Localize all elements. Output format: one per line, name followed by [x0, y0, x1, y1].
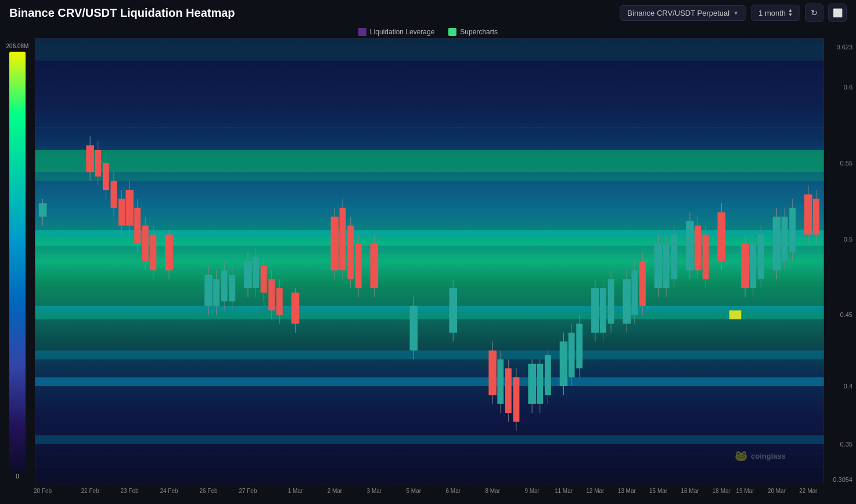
svg-rect-125 [600, 288, 606, 333]
svg-rect-79 [103, 163, 109, 190]
svg-rect-33 [39, 203, 47, 217]
svg-rect-111 [497, 359, 503, 404]
svg-rect-11 [35, 312, 824, 319]
svg-rect-7 [35, 172, 824, 181]
y-axis-label: 0.623 [836, 44, 853, 51]
svg-rect-57 [528, 364, 536, 404]
y-axis-label: 0.3054 [833, 476, 853, 483]
svg-rect-71 [741, 243, 749, 288]
exchange-selector[interactable]: Binance CRV/USDT Perpetual ▼ [620, 5, 746, 21]
svg-rect-6 [35, 163, 824, 172]
svg-rect-73 [773, 217, 781, 270]
x-axis-label: 23 Feb [121, 488, 139, 494]
svg-rect-117 [537, 364, 543, 404]
legend-label-supercharts: Supercharts [460, 28, 498, 36]
svg-rect-45 [292, 293, 300, 324]
svg-rect-67 [686, 221, 694, 270]
svg-rect-131 [639, 261, 646, 306]
refresh-button[interactable]: ↻ [805, 3, 823, 22]
svg-rect-59 [560, 341, 568, 386]
scale-top-label: 206.08M [6, 43, 29, 49]
x-axis-label: 2 Mar [328, 488, 343, 494]
svg-rect-81 [110, 181, 117, 208]
stepper-icon: ▲▼ [788, 8, 793, 17]
svg-rect-49 [371, 243, 379, 288]
svg-rect-10 [35, 306, 824, 313]
svg-rect-93 [221, 270, 228, 301]
svg-rect-149 [813, 199, 819, 234]
svg-rect-37 [125, 190, 134, 225]
svg-rect-115 [513, 377, 520, 422]
x-axis: 20 Feb22 Feb23 Feb24 Feb26 Feb27 Feb1 Ma… [0, 484, 856, 501]
svg-rect-141 [750, 243, 756, 288]
y-axis-label: 0.6 [844, 84, 853, 91]
page-title: Binance CRV/USDT Liquidation Heatmap [9, 6, 235, 20]
timeframe-label: 1 month [758, 9, 786, 17]
svg-rect-5 [35, 150, 824, 163]
x-axis-label: 27 Feb [239, 488, 257, 494]
svg-rect-119 [545, 355, 551, 395]
legend-item-supercharts: Supercharts [448, 28, 498, 36]
svg-rect-99 [261, 266, 267, 293]
svg-rect-14 [35, 435, 824, 444]
svg-rect-97 [253, 257, 259, 288]
header: Binance CRV/USDT Liquidation Heatmap Bin… [0, 0, 856, 26]
heatmap-chart[interactable]: 🐸 coinglass [35, 38, 824, 484]
legend: Liquidation Leverage Supercharts [0, 26, 856, 38]
x-axis-label: 22 Feb [81, 488, 99, 494]
x-axis-label: 18 Mar [713, 488, 731, 494]
x-axis-label: 22 Mar [799, 488, 817, 494]
svg-rect-41 [204, 275, 213, 306]
svg-rect-47 [331, 217, 339, 270]
color-scale: 206.08M 0 [0, 38, 35, 484]
svg-rect-137 [695, 226, 701, 271]
svg-rect-129 [631, 270, 638, 315]
header-controls: Binance CRV/USDT Perpetual ▼ 1 month ▲▼ … [620, 3, 847, 22]
x-axis-label: 6 Mar [445, 488, 461, 494]
y-axis-label: 0.45 [840, 311, 853, 318]
legend-swatch-leverage [358, 28, 366, 36]
x-axis-label: 3 Mar [367, 488, 382, 494]
svg-rect-75 [804, 195, 812, 235]
x-axis-label: 8 Mar [485, 488, 500, 494]
y-axis-label: 0.4 [844, 383, 853, 390]
x-axis-label: 16 Mar [681, 488, 699, 494]
svg-rect-53 [449, 288, 457, 333]
svg-rect-87 [142, 226, 149, 261]
refresh-icon: ↻ [811, 8, 818, 17]
scale-bottom-label: 0 [16, 473, 19, 480]
exchange-label: Binance CRV/USDT Perpetual [627, 9, 729, 17]
svg-rect-107 [347, 226, 354, 279]
svg-rect-65 [654, 243, 663, 288]
svg-rect-91 [213, 279, 220, 306]
x-axis-label: 26 Feb [199, 488, 217, 494]
svg-rect-85 [134, 208, 141, 243]
svg-rect-12 [35, 351, 824, 359]
svg-rect-35 [86, 145, 94, 172]
svg-rect-103 [276, 288, 283, 315]
svg-rect-121 [569, 333, 575, 377]
screenshot-button[interactable]: ⬜ [828, 3, 847, 22]
svg-rect-51 [410, 306, 418, 351]
timeframe-selector[interactable]: 1 month ▲▼ [751, 5, 800, 21]
svg-rect-147 [789, 208, 796, 253]
svg-rect-95 [229, 275, 235, 301]
svg-rect-133 [663, 243, 670, 288]
legend-swatch-supercharts [448, 28, 456, 36]
svg-rect-63 [623, 279, 631, 324]
camera-icon: ⬜ [833, 8, 843, 17]
y-axis-label: 0.35 [840, 441, 853, 448]
y-axis-label: 0.55 [840, 160, 853, 167]
x-axis-label: 13 Mar [618, 488, 636, 494]
svg-rect-145 [782, 217, 788, 261]
svg-rect-77 [95, 150, 101, 177]
legend-label-leverage: Liquidation Leverage [370, 28, 434, 36]
svg-rect-101 [268, 279, 275, 311]
chevron-down-icon: ▼ [733, 10, 739, 16]
x-axis-inner: 20 Feb22 Feb23 Feb24 Feb26 Feb27 Feb1 Ma… [35, 484, 824, 501]
x-axis-label: 9 Mar [524, 488, 540, 494]
x-axis-label: 20 Feb [34, 488, 52, 494]
svg-rect-109 [355, 243, 362, 288]
svg-rect-127 [608, 279, 614, 324]
svg-rect-39 [165, 235, 173, 270]
